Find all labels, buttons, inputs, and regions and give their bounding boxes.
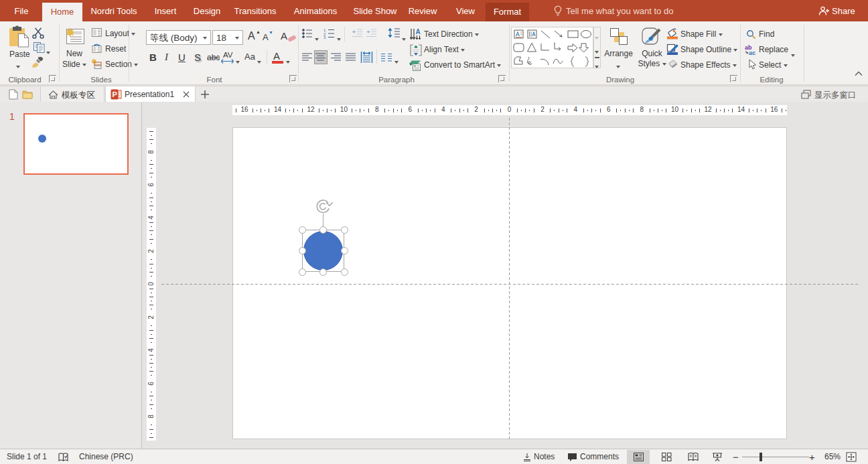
svg-text:3: 3 (323, 35, 326, 39)
svg-text:ac: ac (749, 50, 755, 56)
svg-text:A: A (416, 28, 421, 35)
svg-text:P: P (113, 90, 117, 98)
